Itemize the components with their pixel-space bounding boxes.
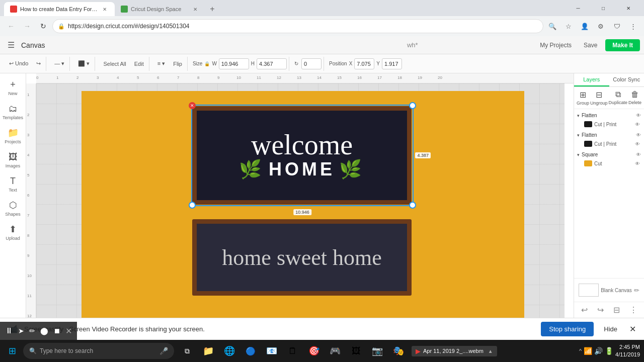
taskbar-app10[interactable]: 🎭 xyxy=(388,341,409,361)
hide-button[interactable]: Hide xyxy=(600,322,621,336)
tab-data-entry[interactable]: How to create Data Entry Form ... ✕ xyxy=(4,2,115,16)
linetype-button[interactable]: — ▾ xyxy=(51,59,67,68)
taskbar-search[interactable]: 🔍 Type here to search 🎤 xyxy=(23,343,174,359)
flip-button[interactable]: Flip xyxy=(170,60,185,68)
eye-square[interactable]: 👁 xyxy=(636,152,641,157)
shield-icon[interactable]: 🛡 xyxy=(610,19,624,33)
tray-battery-icon[interactable]: 🔋 xyxy=(605,347,613,355)
eye-flatten2[interactable]: 👁 xyxy=(636,132,641,138)
taskbar-taskview[interactable]: ⧉ xyxy=(177,341,197,361)
recording-file-badge[interactable]: ▶ Apr 11, 2019 2_....webm ▲ xyxy=(412,346,497,356)
close-screencastify-button[interactable]: ✕ xyxy=(629,324,636,334)
tab-close-1[interactable]: ✕ xyxy=(101,5,109,13)
taskbar-app6[interactable]: 🎯 xyxy=(304,341,324,361)
microphone-icon[interactable]: 🎤 xyxy=(159,347,168,355)
panel-more-button[interactable]: ⋮ xyxy=(628,304,638,316)
profile-button[interactable]: 👤 xyxy=(578,19,592,33)
back-button[interactable]: ← xyxy=(4,19,18,33)
x-input[interactable] xyxy=(354,58,374,69)
duplicate-button[interactable]: ⧉ Duplicate xyxy=(608,90,627,106)
stop-button[interactable]: ⏹ xyxy=(53,327,60,335)
taskbar-app7[interactable]: 🎮 xyxy=(325,341,345,361)
refresh-button[interactable]: ↻ xyxy=(36,19,50,33)
taskbar-mail[interactable]: 📧 xyxy=(262,341,282,361)
ungroup-button[interactable]: ⊟ Ungroup xyxy=(590,90,608,106)
square-header[interactable]: ▾ Square 👁 xyxy=(576,150,642,159)
sidebar-item-templates[interactable]: 🗂 Templates xyxy=(2,101,24,123)
sidebar-item-images[interactable]: 🖼 Images xyxy=(2,149,24,171)
sidebar-item-upload[interactable]: ⬆ Upload xyxy=(2,221,24,243)
recording-file-chevron[interactable]: ▲ xyxy=(488,348,493,354)
forward-button[interactable]: → xyxy=(20,19,34,33)
make-it-button[interactable]: Make It xyxy=(605,39,640,51)
tray-expand[interactable]: ^ xyxy=(579,348,582,354)
menu-button[interactable]: ☰ xyxy=(4,38,18,52)
taskbar-photos[interactable]: 🖼 xyxy=(346,341,366,361)
bookmark-button[interactable]: ☆ xyxy=(561,19,576,33)
panel-redo-button[interactable]: ↪ xyxy=(596,304,605,316)
undo-button[interactable]: ↩ Undo xyxy=(6,59,31,68)
panel-ungroup-button[interactable]: ⊟ xyxy=(612,304,621,316)
eye-cut-print2[interactable]: 👁 xyxy=(635,141,640,147)
search-extensions-button[interactable]: 🔍 xyxy=(545,19,559,33)
start-button[interactable]: ⊞ xyxy=(2,341,22,361)
tray-time[interactable]: 2:45 PM 4/11/2019 xyxy=(615,343,640,359)
flatten2-header[interactable]: ▾ Flatten 👁 xyxy=(576,131,642,139)
close-recording-button[interactable]: ✕ xyxy=(65,326,72,336)
sidebar-item-shapes[interactable]: ⬡ Shapes xyxy=(2,197,24,219)
select-all-button[interactable]: Select All xyxy=(100,60,129,68)
layer-cut-print-1[interactable]: Cut | Print 👁 xyxy=(576,120,642,129)
cursor-button[interactable]: ➤ xyxy=(18,327,24,335)
taskbar-camera[interactable]: 📷 xyxy=(367,341,387,361)
height-input[interactable] xyxy=(257,58,287,69)
tray-sound-icon[interactable]: 🔊 xyxy=(594,347,603,355)
more-button[interactable]: ⋮ xyxy=(626,19,640,33)
sidebar-item-new[interactable]: + New xyxy=(2,76,24,99)
top-blackboard[interactable]: welcome 🌿HOME🌿 xyxy=(192,106,412,205)
flatten1-header[interactable]: ▾ Flatten 👁 xyxy=(576,111,642,120)
close-button[interactable]: ✕ xyxy=(617,0,640,16)
canvas-surface[interactable]: welcome 🌿HOME🌿 ✕ xyxy=(82,91,524,318)
eye-flatten1[interactable]: 👁 xyxy=(636,113,641,118)
tab-close-2[interactable]: ✕ xyxy=(191,5,199,13)
rotate-input[interactable] xyxy=(301,58,321,69)
sidebar-item-text[interactable]: T Text xyxy=(2,173,24,195)
y-input[interactable] xyxy=(382,58,402,69)
my-projects-button[interactable]: My Projects xyxy=(536,40,576,51)
eye-cut-square[interactable]: 👁 xyxy=(635,161,640,166)
stop-sharing-button[interactable]: Stop sharing xyxy=(541,322,594,336)
minimize-button[interactable]: ─ xyxy=(567,0,590,16)
eye-cut-print1[interactable]: 👁 xyxy=(635,122,640,127)
tab-layers[interactable]: Layers xyxy=(574,73,609,86)
tray-network-icon[interactable]: 📶 xyxy=(584,347,592,355)
edit-button[interactable]: Edit xyxy=(131,60,147,68)
fill-button[interactable]: ⬛ ▾ xyxy=(75,59,93,68)
save-button[interactable]: Save xyxy=(580,40,601,51)
maximize-button[interactable]: □ xyxy=(592,0,615,16)
sidebar-item-projects[interactable]: 📁 Projects xyxy=(2,125,24,147)
pause-button[interactable]: ⏸ xyxy=(5,326,13,335)
taskbar-chrome[interactable]: 🔵 xyxy=(240,341,261,361)
align-button[interactable]: ≡ ▾ xyxy=(154,59,168,68)
layer-cut-print-2[interactable]: Cut | Print 👁 xyxy=(576,139,642,148)
address-bar[interactable]: 🔒 https://design.cricut.com/#/design/140… xyxy=(52,19,543,33)
delete-button[interactable]: 🗑 Delete xyxy=(628,90,641,106)
width-input[interactable] xyxy=(219,58,249,69)
blank-canvas-edit-icon[interactable]: ✏ xyxy=(634,287,639,294)
left-sidebar: + New 🗂 Templates 📁 Projects 🖼 Images T xyxy=(0,73,26,318)
extensions-button[interactable]: ⚙ xyxy=(594,19,608,33)
layer-cut-square[interactable]: Cut 👁 xyxy=(576,159,642,168)
taskbar-notepad[interactable]: 🗒 xyxy=(283,341,303,361)
canvas-scroll[interactable]: welcome 🌿HOME🌿 ✕ xyxy=(36,83,574,318)
taskbar-explorer[interactable]: 📁 xyxy=(198,341,218,361)
group-button[interactable]: ⊞ Group xyxy=(577,90,589,106)
bottom-blackboard[interactable]: home sweet home xyxy=(192,219,412,296)
circle-button[interactable]: ⬤ xyxy=(40,327,48,335)
pen-button[interactable]: ✏ xyxy=(29,327,35,335)
panel-undo-button[interactable]: ↩ xyxy=(580,304,589,316)
redo-button[interactable]: ↪ xyxy=(33,59,44,68)
taskbar-edge[interactable]: 🌐 xyxy=(219,341,239,361)
new-tab-button[interactable]: + xyxy=(205,2,219,16)
tab-color-sync[interactable]: Color Sync xyxy=(609,73,645,86)
tab-cricut[interactable]: Cricut Design Space ✕ xyxy=(115,2,205,16)
